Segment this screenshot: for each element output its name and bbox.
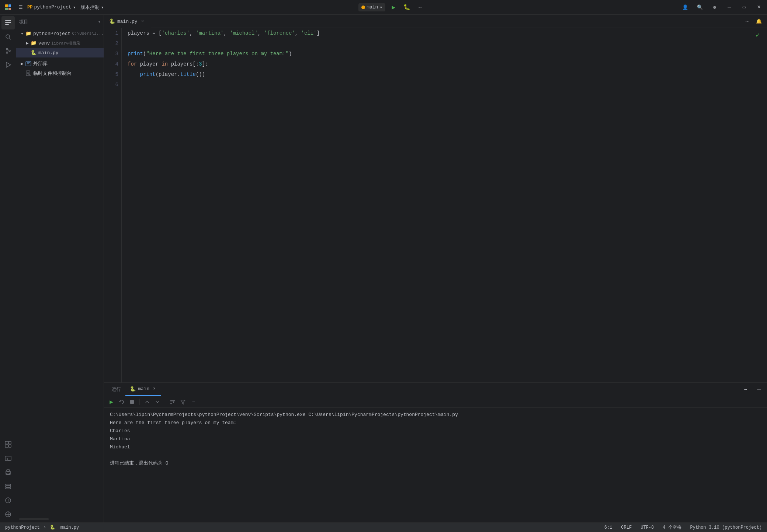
activity-db-icon[interactable]: [1, 480, 15, 493]
debug-button[interactable]: 🐛: [402, 2, 412, 13]
close-button[interactable]: ×: [754, 2, 764, 13]
activity-issues-icon[interactable]: [1, 494, 15, 507]
status-encoding[interactable]: CRLF: [620, 525, 633, 530]
line-num-4: 4: [107, 59, 118, 69]
svg-rect-5: [5, 22, 11, 23]
play-again-button[interactable]: ▶: [107, 398, 116, 406]
maximize-button[interactable]: ▭: [739, 2, 749, 13]
svg-rect-22: [7, 470, 10, 472]
status-project-label[interactable]: pythonProject: [4, 525, 41, 530]
run-config-selector[interactable]: main ▾: [358, 3, 385, 11]
tabs-more-button[interactable]: ⋯: [742, 16, 752, 27]
filter-button[interactable]: [178, 398, 187, 406]
bottom-minimize-button[interactable]: —: [754, 384, 764, 395]
tabs-bar: 🐍 main.py × ⋯ 🔔: [104, 15, 767, 28]
titlebar: ☰ PP pythonProject ▾ 版本控制 ▾ main ▾ ▶ 🐛 ⋯…: [0, 0, 767, 15]
reload-button[interactable]: [117, 398, 126, 406]
output-line-3: Martina: [110, 435, 761, 443]
main-run-label: main: [138, 386, 149, 392]
code-content[interactable]: players = ['charles', 'martina', 'michae…: [122, 28, 767, 382]
status-position[interactable]: 6:1: [603, 525, 614, 530]
sidebar-scrollbar[interactable]: [19, 518, 49, 520]
activity-print-icon[interactable]: [1, 466, 15, 479]
search-button[interactable]: 🔍: [695, 2, 705, 13]
editor[interactable]: 1 2 3 4 5 6 players = ['charles', 'marti…: [104, 28, 767, 382]
activity-vcs-icon[interactable]: [1, 44, 15, 57]
tab-run[interactable]: 运行: [107, 383, 125, 396]
svg-rect-19: [5, 456, 11, 461]
titlebar-right: 👤 🔍 ⚙ — ▭ ×: [680, 2, 764, 13]
statusbar-right: 6:1 CRLF UTF-8 4 个空格 Python 3.10 (python…: [603, 524, 763, 531]
external-label: 外部库: [33, 60, 48, 67]
project-selector[interactable]: PP pythonProject ▾: [27, 4, 76, 10]
root-path: C:\Users\l...: [72, 31, 104, 36]
stop-button[interactable]: [128, 398, 136, 406]
tab-icon: 🐍: [109, 18, 115, 24]
svg-rect-4: [5, 20, 11, 21]
minimize-button[interactable]: —: [724, 2, 735, 13]
scroll-up-button[interactable]: [143, 398, 152, 406]
project-name: pythonProject: [34, 4, 71, 10]
status-separator-1: ›: [44, 525, 46, 530]
main-layout: 项目 ▾ ▾ 📁 pythonProject C:\Users\l... ▶ 📁…: [0, 15, 767, 522]
scratch-chevron-placeholder: [19, 70, 25, 76]
vcs-menu[interactable]: 版本控制 ▾: [80, 4, 104, 11]
activity-plugins-icon[interactable]: [1, 438, 15, 451]
hamburger-menu-button[interactable]: ☰: [15, 2, 26, 13]
tab-main-run[interactable]: 🐍 main ×: [125, 383, 161, 396]
output-line-1: Here are the first three players on my t…: [110, 419, 761, 427]
project-chevron-icon: ▾: [73, 4, 76, 10]
svg-line-8: [9, 38, 11, 39]
tree-item-venv[interactable]: ▶ 📁 venv library根目录: [16, 38, 104, 48]
run-tab-label: 运行: [111, 386, 121, 393]
svg-rect-24: [6, 484, 11, 486]
scroll-down-button[interactable]: [153, 398, 162, 406]
editor-area: 🐍 main.py × ⋯ 🔔 1 2 3 4 5 6: [104, 15, 767, 522]
tree-item-root[interactable]: ▾ 📁 pythonProject C:\Users\l...: [16, 29, 104, 38]
word-wrap-button[interactable]: [168, 398, 177, 406]
status-file-label[interactable]: main.py: [59, 525, 80, 530]
run-config-label: main: [367, 4, 378, 10]
more-options-button[interactable]: ⋯: [415, 2, 425, 13]
tab-main-py[interactable]: 🐍 main.py ×: [104, 15, 151, 28]
bottom-more-button[interactable]: ⋯: [740, 384, 751, 395]
tab-label: main.py: [117, 19, 138, 24]
code-line-5: print(player.title()): [128, 69, 761, 80]
notifications-button[interactable]: 🔔: [754, 16, 764, 27]
tabs-more-icon: ⋯: [746, 18, 749, 24]
settings-icon: ⚙: [713, 4, 716, 10]
toolbar-more-button[interactable]: ⋯: [189, 398, 198, 406]
vcs-label: 版本控制: [80, 4, 100, 11]
tree-item-main[interactable]: 🐍 main.py: [16, 48, 104, 57]
svg-rect-18: [8, 441, 11, 444]
bottom-tabs: 运行 🐍 main × ⋯ —: [104, 383, 767, 396]
svg-point-10: [6, 52, 8, 53]
activity-git-icon[interactable]: [1, 508, 15, 521]
run-button[interactable]: ▶: [388, 2, 399, 13]
status-charset[interactable]: UTF-8: [639, 525, 655, 530]
tree-item-scratch[interactable]: 临时文件和控制台: [16, 69, 104, 78]
activity-run-icon[interactable]: [1, 58, 15, 71]
tree-item-external[interactable]: ▶ 外部库: [16, 59, 104, 69]
activity-search-icon[interactable]: [1, 30, 15, 43]
status-python[interactable]: Python 3.10 (pythonProject): [689, 525, 763, 530]
checkmark-icon: ✓: [756, 31, 760, 39]
statusbar-left: pythonProject › 🐍 main.py: [4, 525, 80, 530]
scratch-icon: [25, 70, 32, 77]
tab-close-button[interactable]: ×: [140, 18, 146, 24]
settings-button[interactable]: ⚙: [709, 2, 720, 13]
svg-rect-17: [5, 441, 8, 444]
toolbar-more-icon: ⋯: [192, 399, 195, 405]
venv-sublabel: library根目录: [51, 41, 80, 46]
svg-rect-2: [5, 8, 8, 10]
account-button[interactable]: 👤: [680, 2, 690, 13]
activity-project-icon[interactable]: [1, 16, 15, 29]
output-line-4: Michael: [110, 443, 761, 451]
venv-label: venv: [38, 41, 50, 46]
status-indent[interactable]: 4 个空格: [661, 524, 683, 531]
activity-terminal-icon[interactable]: [1, 452, 15, 465]
activity-bar: [0, 15, 16, 522]
sidebar-chevron-icon: ▾: [98, 19, 101, 25]
output-line-empty: [110, 451, 761, 459]
main-run-close-button[interactable]: ×: [152, 386, 157, 392]
